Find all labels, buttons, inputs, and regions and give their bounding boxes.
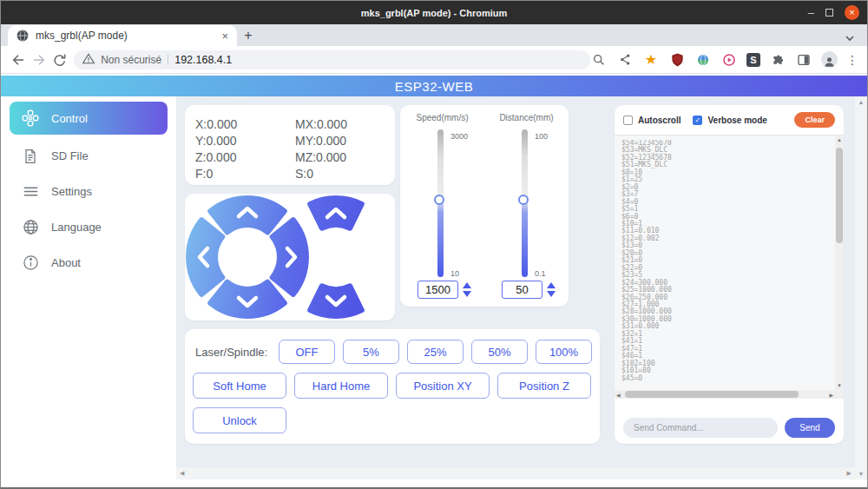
autoscroll-checkbox[interactable]: [623, 116, 633, 125]
distance-max-label: 100: [535, 132, 548, 141]
back-icon[interactable]: [8, 49, 29, 71]
sliders-panel: Speed(mm/s) 3000 10: [400, 105, 569, 307]
profile-avatar[interactable]: [821, 51, 838, 68]
page-header: ESP32-WEB: [1, 76, 867, 96]
play-extension-icon[interactable]: [720, 51, 738, 69]
scrollbar-corner: [835, 390, 844, 399]
sidebar-item-about[interactable]: About: [1, 245, 176, 281]
speed-max-label: 3000: [450, 132, 468, 141]
scroll-right-icon[interactable]: ▶: [829, 392, 833, 398]
new-tab-button[interactable]: +: [237, 25, 260, 46]
coordinates-panel: X:0.000 MX:0.000 Y:0.000 MY:0.000 Z:0.00…: [185, 105, 395, 185]
page-horizontal-scrollbar[interactable]: ◀ ▶: [176, 467, 855, 479]
ublock-extension-icon[interactable]: [668, 51, 686, 69]
info-icon: [22, 254, 39, 272]
coord-y: Y:0.000: [195, 133, 295, 149]
stepper-down-icon[interactable]: [463, 291, 471, 297]
position-z-button[interactable]: Position Z: [497, 373, 591, 399]
extensions-puzzle-icon[interactable]: [769, 51, 786, 69]
minimize-button[interactable]: –: [808, 9, 814, 17]
jog-right-button[interactable]: [273, 220, 306, 294]
close-button[interactable]: ×: [845, 5, 859, 20]
page-vertical-scrollbar[interactable]: ▲ ▼: [855, 96, 867, 487]
coord-f: F:0: [195, 166, 295, 182]
speed-stepper[interactable]: [463, 282, 471, 297]
distance-input[interactable]: [502, 281, 542, 299]
laser-25-button[interactable]: 25%: [407, 340, 464, 364]
forward-icon[interactable]: [29, 49, 49, 71]
globe-extension-icon[interactable]: [694, 51, 712, 69]
distance-stepper[interactable]: [547, 282, 556, 297]
sidebar: Control SD File Settings: [1, 96, 176, 487]
security-label[interactable]: Non sécurisé: [101, 54, 161, 66]
send-command-input[interactable]: [623, 418, 778, 438]
laser-5-button[interactable]: 5%: [343, 340, 399, 364]
sidebar-item-language[interactable]: Language: [1, 209, 176, 245]
zoom-icon[interactable]: [590, 51, 608, 69]
coord-mx: MX:0.000: [295, 116, 395, 133]
menu-dots-icon[interactable]: ⋮: [846, 53, 858, 67]
tab-title: mks_grbl(AP mode): [36, 30, 214, 42]
address-bar[interactable]: Non sécurisé 192.168.4.1: [74, 50, 590, 69]
jog-z-down-button[interactable]: [310, 286, 362, 316]
not-secure-warning-icon[interactable]: [82, 52, 95, 68]
tab-favicon-globe-icon: [16, 30, 29, 42]
sidebar-item-sd-file[interactable]: SD File: [1, 138, 176, 174]
send-button[interactable]: Send: [785, 418, 835, 438]
scrollbar-thumb[interactable]: [836, 148, 843, 243]
coord-s: S:0: [295, 166, 395, 182]
laser-50-button[interactable]: 50%: [471, 340, 528, 364]
globe-icon: [22, 219, 39, 236]
console-horizontal-scrollbar[interactable]: ◀ ▶: [615, 390, 835, 399]
url-text[interactable]: 192.168.4.1: [174, 54, 232, 66]
stepper-down-icon[interactable]: [547, 291, 556, 297]
tab-close-icon[interactable]: ×: [221, 30, 228, 42]
file-icon: [22, 148, 39, 165]
sidebar-item-label: Language: [51, 221, 102, 234]
clear-button[interactable]: Clear: [794, 112, 835, 128]
reload-icon[interactable]: [49, 49, 69, 71]
scroll-up-icon[interactable]: ▲: [835, 137, 844, 142]
coord-mz: MZ:0.000: [295, 149, 395, 166]
jog-left-button[interactable]: [188, 220, 222, 294]
tab-mks-grbl[interactable]: mks_grbl(AP mode) ×: [8, 25, 237, 46]
position-xy-button[interactable]: Position XY: [396, 373, 490, 399]
speed-slider-thumb[interactable]: [434, 195, 444, 205]
sidebar-item-control[interactable]: Control: [10, 102, 168, 135]
share-icon[interactable]: [616, 51, 634, 69]
unlock-button[interactable]: Unlock: [193, 407, 286, 433]
hard-home-button[interactable]: Hard Home: [294, 373, 388, 399]
scroll-right-icon[interactable]: ▶: [847, 470, 852, 477]
console-vertical-scrollbar[interactable]: ▲ ▼: [835, 135, 844, 390]
bottom-margin: [176, 479, 855, 487]
scroll-down-icon[interactable]: ▼: [855, 471, 867, 477]
bookmark-star-icon[interactable]: ★: [642, 51, 660, 69]
scroll-left-icon[interactable]: ◀: [180, 470, 184, 477]
jog-z-up-button[interactable]: [310, 198, 362, 228]
tab-strip: mks_grbl(AP mode) × +: [1, 24, 867, 46]
scroll-left-icon[interactable]: ◀: [616, 392, 621, 398]
distance-min-label: 0.1: [535, 269, 546, 278]
side-panel-icon[interactable]: [795, 51, 812, 69]
sidebar-item-settings[interactable]: Settings: [1, 174, 176, 209]
speed-input[interactable]: [418, 281, 458, 299]
scroll-up-icon[interactable]: ▲: [855, 99, 867, 105]
verbose-checkbox[interactable]: ✓: [693, 116, 702, 125]
s-extension-icon[interactable]: S: [746, 53, 760, 67]
laser-100-button[interactable]: 100%: [536, 340, 592, 364]
jog-down-button[interactable]: [210, 282, 285, 316]
sidebar-item-label: SD File: [51, 149, 89, 162]
scrollbar-thumb[interactable]: [625, 391, 799, 398]
laser-off-button[interactable]: OFF: [279, 340, 335, 364]
scroll-down-icon[interactable]: ▼: [835, 383, 844, 388]
tab-search-chevron-icon[interactable]: [845, 35, 855, 42]
jog-up-button[interactable]: [210, 198, 285, 232]
verbose-label[interactable]: Verbose mode: [707, 116, 766, 125]
autoscroll-label[interactable]: Autoscroll: [638, 116, 681, 125]
console-output-area: $54=12345678 $53=MKS_DLC $52=12345678 $5…: [615, 135, 844, 399]
restore-button[interactable]: [825, 9, 833, 17]
soft-home-button[interactable]: Soft Home: [193, 373, 286, 399]
stepper-up-icon[interactable]: [547, 282, 556, 288]
stepper-up-icon[interactable]: [463, 282, 471, 288]
distance-slider-thumb[interactable]: [518, 195, 529, 205]
